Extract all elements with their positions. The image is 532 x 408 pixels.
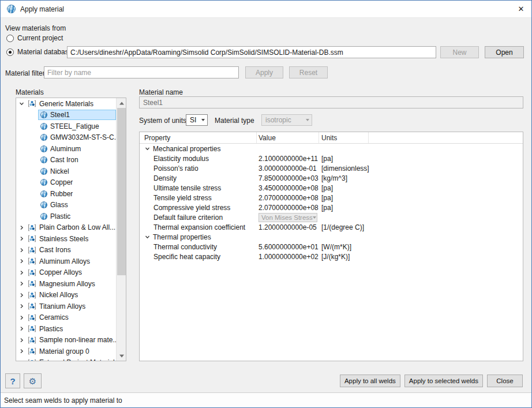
tree-item-label: Aluminum [50,145,81,153]
tree-item-group[interactable]: Plain Carbon & Low All... [16,222,116,234]
chevron-right-icon[interactable] [17,336,25,344]
tree-item-group[interactable]: Aluminum Alloys [16,256,116,267]
material-sphere-icon [7,5,16,13]
gear-icon: ⚙ [29,377,36,385]
chevron-right-icon[interactable] [17,223,25,231]
material-sphere-icon [40,145,47,152]
property-name: Default failure criterion [153,214,223,222]
tree-item-group[interactable]: Generic Materials [16,98,116,110]
tree-item-group[interactable]: Magnesium Alloys [16,278,116,290]
new-button[interactable]: New [440,46,479,58]
tree-item-group[interactable]: Material group 0 [16,346,116,357]
tree-item-group[interactable]: Stainless Steels [16,233,116,245]
close-button[interactable]: Close [487,375,523,387]
tree-item-material[interactable]: GMW3032M-ST-S-C... [16,132,116,144]
apply-filter-button[interactable]: Apply [245,66,283,78]
tree-item-material[interactable]: Plastic [16,211,116,222]
chevron-right-icon[interactable] [17,280,25,288]
apply-to-all-welds-button[interactable]: Apply to all welds [340,375,400,387]
chevron-right-icon[interactable] [17,257,25,265]
title-bar: Apply material ✕ [1,1,531,18]
property-value: 7.8500000000e+03 [258,174,319,182]
tree-item-label: Copper [50,178,73,186]
tree-item-group[interactable]: Sample non-linear mate... [16,335,116,346]
tree-item-group[interactable]: Copper Alloys [16,267,116,279]
tree-item-group[interactable]: Plastics [16,323,116,335]
chevron-right-icon[interactable] [17,235,25,243]
tree-item-material[interactable]: Cast Iron [16,155,116,166]
material-filter-input[interactable] [44,66,239,78]
help-icon: ? [10,376,15,386]
system-of-units-select[interactable]: SI [186,114,208,126]
database-path-field[interactable] [67,46,436,58]
chevron-right-icon[interactable] [17,302,25,310]
material-type-label: Material type [215,117,254,125]
help-button[interactable]: ? [5,373,20,388]
chevron-down-icon[interactable] [17,100,25,108]
chevron-right-icon[interactable] [17,347,25,355]
radio-current-project[interactable]: Current project [6,34,63,42]
property-row[interactable]: Specific heat capacity1.0000000000e+02[J… [140,252,523,261]
radio-material-database-label: Material database [17,48,72,56]
radio-checked-icon [6,48,14,56]
tree-item-material[interactable]: Copper [16,177,116,189]
reset-filter-button[interactable]: Reset [289,66,328,78]
material-type-select[interactable]: isotropic [261,114,312,126]
property-name: Thermal expansion coefficient [153,223,245,231]
tree-item-material[interactable]: Rubber [16,188,116,200]
property-row[interactable]: Thermal expansion coefficient1.200000000… [140,222,523,232]
scroll-up-icon[interactable] [117,98,126,108]
failure-criterion-select[interactable]: Von Mises Stress [258,213,317,222]
settings-button[interactable]: ⚙ [24,373,42,388]
property-row[interactable]: Density7.8500000000e+03[kg/m^3] [140,173,523,183]
column-header-units[interactable]: Units [319,132,369,143]
chevron-right-icon[interactable] [17,325,25,333]
property-row[interactable]: Ultimate tensile stress3.4500000000e+08[… [140,183,523,193]
tree-item-group[interactable]: Cast Irons [16,245,116,256]
tree-item-material[interactable]: Aluminum [16,143,116,155]
chevron-right-icon[interactable] [17,268,25,276]
property-row[interactable]: Compressive yield stress2.0700000000e+08… [140,203,523,212]
tree-item-label: Aluminum Alloys [39,257,90,265]
column-header-property[interactable]: Property [140,132,257,143]
property-group-row[interactable]: Mechanical properties [140,144,523,154]
tree-item-material[interactable]: Nickel [16,166,116,177]
status-text: Select seam welds to apply material to [4,396,122,405]
tree-item-material[interactable]: STEEL_Fatigue [16,121,116,132]
tree-item-label: Plastics [39,325,63,333]
scrollbar-thumb[interactable] [117,108,126,275]
tree-scrollbar[interactable] [116,98,126,361]
tree-item-group[interactable]: Nickel Alloys [16,290,116,301]
close-icon[interactable]: ✕ [511,1,531,18]
tree-item-group[interactable]: Ceramics [16,312,116,324]
apply-to-selected-welds-button[interactable]: Apply to selected welds [404,375,483,387]
property-row[interactable]: Tensile yield stress2.0700000000e+08[pa] [140,193,523,203]
tree-item-label: Magnesium Alloys [39,280,95,288]
footer-actions: Apply to all welds Apply to selected wel… [340,375,523,387]
chevron-down-icon[interactable] [143,233,151,241]
radio-material-database[interactable]: Material database [6,48,72,56]
property-group-row[interactable]: Thermal properties [140,232,523,242]
tree-item-group[interactable]: Titanium Alloys [16,301,116,312]
property-row[interactable]: Thermal conductivity5.6000000000e+01[W/(… [140,242,523,252]
materials-tree-panel: Generic MaterialsSteel1STEEL_FatigueGMW3… [16,98,126,361]
chevron-down-icon[interactable] [143,145,151,153]
tree-item-group[interactable]: External Project Materials [16,357,116,361]
property-units: [J/(kg*K)] [321,253,350,261]
open-button[interactable]: Open [485,46,524,58]
material-sphere-icon [40,156,47,163]
material-sphere-icon [40,190,47,197]
column-header-value[interactable]: Value [257,132,319,143]
scroll-down-icon[interactable] [117,351,126,361]
tree-item-material[interactable]: Steel1 [16,110,116,121]
chevron-right-icon[interactable] [17,246,25,254]
chevron-right-icon[interactable] [17,291,25,299]
property-row[interactable]: Poisson's ratio3.0000000000e-01[dimensio… [140,163,523,173]
property-row[interactable]: Default failure criterionVon Mises Stres… [140,212,523,222]
tree-item-label: Plain Carbon & Low All... [39,223,115,231]
chevron-right-icon[interactable] [17,313,25,321]
tree-item-material[interactable]: Glass [16,200,116,211]
chevron-spacer [17,133,25,141]
chevron-right-icon[interactable] [17,358,25,361]
property-row[interactable]: Elasticity modulus2.1000000000e+11[pa] [140,154,523,163]
